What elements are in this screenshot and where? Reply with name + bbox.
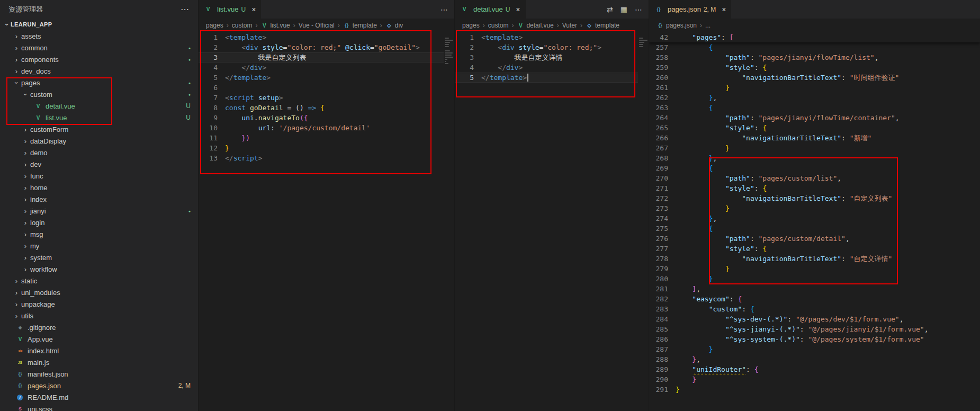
- tree-item-dataDisplay[interactable]: ›dataDisplay: [0, 135, 198, 147]
- vue-file-icon: V: [460, 5, 469, 14]
- breadcrumb-item[interactable]: template: [353, 22, 377, 29]
- breadcrumb-item[interactable]: pages.json: [666, 22, 697, 29]
- code-editor[interactable]: 42 "pages": [257 {258 "path": "pages/jia…: [649, 32, 980, 411]
- chevron-right-icon: ›: [13, 44, 20, 52]
- tree-item-label: list.vue: [46, 114, 67, 122]
- breadcrumb-item[interactable]: Vuter: [562, 22, 577, 29]
- tree-item-custom[interactable]: ›custom●: [0, 88, 198, 100]
- tree-item-jianyi[interactable]: ›jianyi●: [0, 205, 198, 217]
- code-text: "^sys-dev-(.*)": "@/pages/dev/$1/form.vu…: [676, 314, 980, 324]
- tree-item-uni.scss[interactable]: Suni.scss: [0, 403, 198, 411]
- minimap[interactable]: [444, 32, 454, 411]
- close-icon[interactable]: ×: [251, 5, 256, 14]
- breadcrumb-item[interactable]: ...: [705, 22, 711, 29]
- code-text: }: [676, 344, 980, 354]
- tree-item-label: customForm: [30, 126, 68, 133]
- line-number: 266: [649, 133, 676, 143]
- code-text: }: [676, 274, 980, 284]
- line-number: 278: [649, 254, 676, 264]
- line-number: 286: [649, 334, 676, 344]
- tab-label: pages.json: [668, 5, 701, 13]
- code-text: }: [676, 264, 980, 274]
- tree-item-label: func: [30, 172, 43, 180]
- chevron-right-icon: ›: [22, 137, 29, 145]
- tree-item-index.html[interactable]: <>index.html: [0, 345, 198, 356]
- close-icon[interactable]: ×: [516, 5, 520, 14]
- close-icon[interactable]: ×: [722, 5, 726, 14]
- tree-item-func[interactable]: ›func: [0, 170, 198, 182]
- tree-item-my[interactable]: ›my: [0, 240, 198, 252]
- code-line: 283 "custom": {: [649, 304, 980, 314]
- editor-group-3: {}pages.json2, M×{}pages.json›...42 "pag…: [649, 0, 980, 411]
- code-line: 271 "style": {: [649, 183, 980, 193]
- line-number: 6: [199, 83, 225, 93]
- tab-pages.json[interactable]: {}pages.json2, M×: [649, 0, 732, 19]
- tree-item-msg[interactable]: ›msg: [0, 228, 198, 240]
- tree-item-dev[interactable]: ›dev: [0, 158, 198, 170]
- code-editor[interactable]: 1<template>2 <div style="color: red;">3 …: [455, 32, 638, 411]
- breadcrumb-item[interactable]: custom: [232, 22, 253, 29]
- tree-item-utils[interactable]: ›utils: [0, 310, 198, 321]
- tree-item-static[interactable]: ›static: [0, 275, 198, 287]
- tree-item-list.vue[interactable]: Vlist.vueU: [0, 112, 198, 123]
- tree-item-App.vue[interactable]: VApp.vue: [0, 333, 198, 345]
- breadcrumb-item[interactable]: custom: [488, 22, 509, 29]
- tree-item-components[interactable]: ›components●: [0, 53, 198, 65]
- file-tree: ›assets›common●›components●›dev_docs›pag…: [0, 30, 198, 411]
- workspace-root[interactable]: › LEARUN_APP: [0, 19, 198, 30]
- code-text: [225, 83, 444, 93]
- more-icon[interactable]: ⋯: [440, 5, 448, 14]
- tree-item-label: detail.vue: [46, 102, 75, 110]
- editor-actions: ⇄▦⋯: [607, 0, 649, 19]
- line-number: 12: [199, 143, 225, 153]
- compare-icon[interactable]: ⇄: [607, 5, 613, 14]
- tree-item-README.md[interactable]: iREADME.md: [0, 391, 198, 403]
- chevron-right-icon: ›: [13, 300, 20, 308]
- breadcrumb-item[interactable]: Vue - Official: [299, 22, 335, 29]
- tree-item-.gitignore[interactable]: ◆.gitignore: [0, 321, 198, 333]
- code-text: }: [225, 143, 444, 153]
- tree-item-main.js[interactable]: JSmain.js: [0, 356, 198, 368]
- tree-item-manifest.json[interactable]: {}manifest.json: [0, 368, 198, 380]
- more-icon[interactable]: ⋯: [635, 5, 642, 14]
- tree-item-detail.vue[interactable]: Vdetail.vueU: [0, 100, 198, 112]
- git-status-badge: U: [241, 6, 246, 13]
- tree-item-home[interactable]: ›home: [0, 182, 198, 193]
- line-number: 5: [199, 73, 225, 83]
- breadcrumb-item[interactable]: detail.vue: [526, 22, 553, 29]
- tree-item-assets[interactable]: ›assets: [0, 30, 198, 42]
- tree-item-demo[interactable]: ›demo: [0, 147, 198, 158]
- tree-item-common[interactable]: ›common●: [0, 42, 198, 53]
- minimap[interactable]: [638, 32, 649, 411]
- tree-item-index[interactable]: ›index: [0, 193, 198, 205]
- tab-list.vue[interactable]: Vlist.vueU×: [199, 0, 262, 19]
- tree-item-unpackage[interactable]: ›unpackage: [0, 298, 198, 310]
- chevron-right-icon: ›: [22, 242, 29, 250]
- code-line: 264 "path": "pages/jianyi/flowTime/conta…: [649, 113, 980, 123]
- more-actions-icon[interactable]: ⋯: [181, 4, 190, 14]
- chevron-right-icon: ›: [22, 160, 29, 168]
- tree-item-label: assets: [21, 32, 41, 40]
- tree-item-dev_docs[interactable]: ›dev_docs: [0, 65, 198, 77]
- breadcrumb-item[interactable]: list.vue: [270, 22, 290, 29]
- tree-item-pages[interactable]: ›pages●: [0, 77, 198, 88]
- layout-icon[interactable]: ▦: [621, 5, 627, 14]
- code-editor[interactable]: 1<template>2 <div style="color: red;" @c…: [199, 32, 444, 411]
- code-line: 268 },: [649, 153, 980, 163]
- line-number: 290: [649, 374, 676, 385]
- tree-item-system[interactable]: ›system: [0, 252, 198, 263]
- tree-item-login[interactable]: ›login: [0, 217, 198, 228]
- tree-item-workflow[interactable]: ›workflow: [0, 263, 198, 275]
- breadcrumb-item[interactable]: pages: [462, 22, 480, 29]
- tab-detail.vue[interactable]: Vdetail.vueU×: [455, 0, 526, 19]
- tree-item-uni_modules[interactable]: ›uni_modules: [0, 287, 198, 298]
- breadcrumb-item[interactable]: pages: [206, 22, 223, 29]
- code-text: </div>: [481, 62, 638, 73]
- tree-item-pages.json[interactable]: {}pages.json2, M: [0, 380, 198, 391]
- breadcrumb-item[interactable]: div: [395, 22, 403, 29]
- editor-actions: [974, 0, 980, 19]
- breadcrumb-item[interactable]: template: [595, 22, 619, 29]
- code-text: {: [676, 42, 980, 52]
- git-status-badge: U: [186, 102, 191, 110]
- tree-item-customForm[interactable]: ›customForm: [0, 123, 198, 135]
